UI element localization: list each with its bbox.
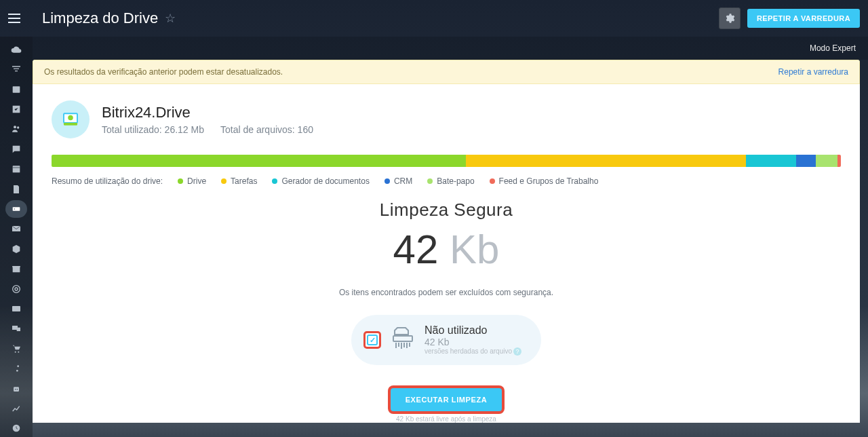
svg-point-7 [15, 288, 18, 290]
rail-item-idcard[interactable] [5, 300, 27, 317]
usage-seg-feed [837, 155, 841, 167]
svg-rect-8 [12, 306, 20, 311]
svg-rect-3 [13, 166, 20, 172]
svg-point-13 [17, 366, 19, 368]
rail-item-cloud[interactable] [5, 41, 27, 58]
svg-point-2 [17, 127, 19, 129]
cleanup-value: 42 Kb [52, 226, 841, 273]
svg-point-11 [15, 351, 16, 352]
rail-item-filter[interactable] [5, 60, 27, 77]
drive-icon [52, 100, 90, 138]
svg-rect-4 [13, 207, 20, 210]
notice-action-link[interactable]: Repetir a varredura [778, 67, 848, 77]
repeat-scan-button[interactable]: REPETIR A VARREDURA [747, 9, 860, 28]
legend-item-tasks: Tarefas [221, 176, 257, 186]
drive-name: Bitrix24.Drive [102, 104, 313, 121]
rail-item-chat[interactable] [5, 140, 27, 157]
left-rail [0, 37, 33, 437]
rail-item-mail[interactable] [5, 221, 27, 238]
topbar: Limpeza do Drive ☆ REPETIR A VARREDURA [0, 0, 868, 37]
svg-point-17 [17, 389, 18, 390]
legend-item-crm: CRM [384, 176, 412, 186]
svg-rect-10 [17, 328, 20, 331]
svg-point-21 [68, 115, 73, 121]
drive-card: Bitrix24.Drive Total utilizado: 26.12 Mb… [33, 84, 860, 423]
usage-bar [52, 155, 841, 167]
svg-rect-20 [64, 123, 77, 126]
rail-item-drive[interactable] [5, 200, 27, 217]
execute-cleanup-button[interactable]: EXECUTAR LIMPEZA [391, 388, 502, 411]
check-icon: ✓ [367, 335, 378, 345]
usage-seg-tasks [466, 155, 746, 167]
mode-row: Modo Expert [33, 37, 868, 60]
svg-rect-15 [14, 387, 19, 392]
rail-item-clock[interactable] [5, 420, 27, 437]
notice-text: Os resultados da verificação anterior po… [44, 67, 283, 77]
rail-item-sliders[interactable] [5, 360, 27, 377]
usage-seg-docgen [746, 155, 795, 167]
gear-icon [724, 13, 735, 24]
drive-used: Total utilizado: 26.12 Mb [102, 124, 204, 135]
usage-legend: Resumo de utilização do drive: Drive Tar… [52, 176, 841, 186]
rail-item-robot[interactable] [5, 380, 27, 397]
page-title: Limpeza do Drive ☆ [42, 10, 176, 27]
usage-seg-chat [816, 155, 838, 167]
svg-point-5 [14, 208, 15, 209]
page-title-text: Limpeza do Drive [42, 10, 158, 27]
rail-item-store[interactable] [5, 260, 27, 277]
rail-item-calendar[interactable] [5, 160, 27, 177]
content: Os resultados da verificação anterior po… [33, 60, 860, 437]
favorite-star-icon[interactable]: ☆ [165, 12, 176, 24]
svg-point-12 [18, 351, 19, 352]
svg-point-1 [14, 126, 16, 129]
legend-summary-label: Resumo de utilização do drive: [52, 176, 163, 186]
rail-item-card[interactable] [5, 81, 27, 98]
legend-item-drive: Drive [178, 176, 206, 186]
cleanup-select-checkbox[interactable]: ✓ [363, 331, 381, 349]
cleanup-title: Limpeza Segura [52, 200, 841, 221]
usage-seg-drive [52, 155, 466, 167]
cleanup-area: Limpeza Segura 42 Kb Os itens encontrado… [52, 200, 841, 423]
svg-point-16 [15, 389, 16, 390]
pill-size: 42 Kb [425, 337, 521, 347]
rail-item-screens[interactable] [5, 320, 27, 337]
outdated-notice: Os resultados da verificação anterior po… [33, 60, 860, 84]
cleanup-safe-text: Os itens encontrados podem ser excluídos… [52, 288, 841, 297]
svg-point-6 [13, 285, 20, 292]
expert-mode-link[interactable]: Modo Expert [810, 43, 856, 53]
legend-item-docgen: Gerador de documentos [272, 176, 369, 186]
shredder-icon [389, 325, 416, 355]
svg-rect-22 [393, 336, 412, 341]
rail-item-check[interactable] [5, 100, 27, 117]
pill-sub: versões herdadas do arquivo? [425, 347, 521, 356]
drive-files: Total de arquivos: 160 [220, 124, 313, 135]
drive-header: Bitrix24.Drive Total utilizado: 26.12 Mb… [52, 100, 841, 138]
rail-item-doc[interactable] [5, 180, 27, 197]
menu-toggle-icon[interactable] [8, 10, 26, 27]
svg-point-14 [16, 370, 18, 372]
rail-item-users[interactable] [5, 121, 27, 138]
cleanup-pill[interactable]: ✓ Não utilizado 42 Kb versões herdadas d… [351, 315, 541, 365]
rail-item-cart[interactable] [5, 340, 27, 357]
rail-item-box[interactable] [5, 240, 27, 257]
svg-rect-0 [13, 86, 20, 92]
rail-item-target[interactable] [5, 280, 27, 297]
info-icon[interactable]: ? [513, 347, 521, 356]
usage-seg-crm [796, 155, 816, 167]
settings-button[interactable] [719, 7, 741, 29]
execute-cleanup-subtext: 42 Kb estará livre após a limpeza [52, 415, 841, 423]
legend-item-feed: Feed e Grupos de Trabalho [490, 176, 599, 186]
legend-item-chat: Bate-papo [427, 176, 474, 186]
rail-item-chart[interactable] [5, 400, 27, 417]
pill-title: Não utilizado [425, 324, 521, 337]
